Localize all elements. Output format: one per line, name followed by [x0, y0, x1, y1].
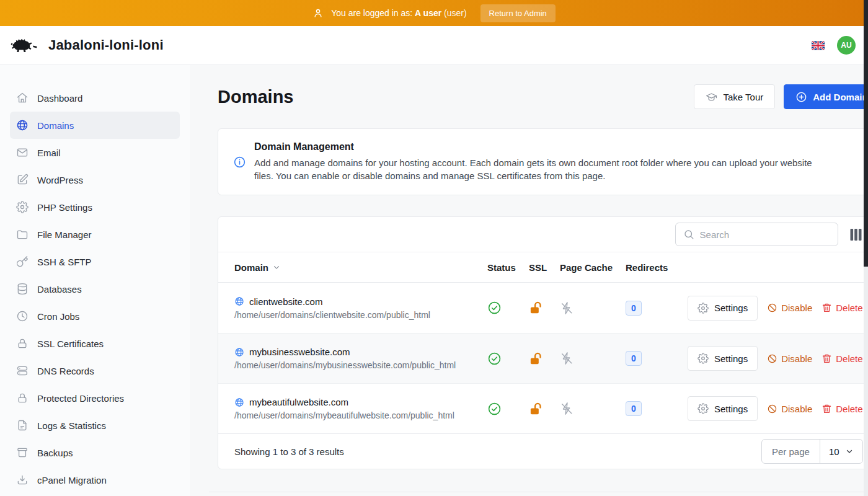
trash-icon [822, 353, 832, 364]
take-tour-button[interactable]: Take Tour [694, 84, 775, 109]
edit-icon [16, 174, 29, 186]
chevron-down-icon [845, 447, 854, 456]
globe-icon [234, 347, 244, 357]
sidebar-item-backups[interactable]: Backups [10, 439, 180, 466]
sidebar-item-label: cPanel Migration [37, 475, 107, 485]
domain-path: /home/user/domains/clientwebsite.com/pub… [234, 310, 487, 320]
folder-icon [16, 228, 29, 241]
sidebar-item-file-manager[interactable]: File Manager [10, 221, 180, 248]
info-icon [233, 156, 246, 169]
avatar[interactable]: AU [837, 36, 856, 55]
main-content: Domains Take Tour Add Domain Domain Mana… [190, 65, 868, 496]
info-card: Domain Management Add and manage domains… [218, 128, 868, 195]
sidebar-item-email[interactable]: Email [10, 139, 180, 166]
disable-button[interactable]: Disable [767, 303, 812, 313]
chevron-down-icon [272, 263, 281, 272]
sidebar-item-label: Cron Jobs [37, 311, 79, 322]
status-enabled-icon [487, 301, 529, 315]
delete-button[interactable]: Delete [822, 404, 862, 414]
page-cache-off-icon[interactable] [560, 352, 626, 365]
sidebar-item-label: Logs & Statistics [37, 420, 106, 431]
download-icon [16, 474, 29, 486]
redirects-count-badge[interactable]: 0 [626, 401, 642, 416]
table-row: mybusinesswebsite.com /home/user/domains… [218, 333, 868, 383]
sidebar-item-label: SSH & SFTP [37, 257, 92, 267]
redirects-count-badge[interactable]: 0 [626, 301, 642, 316]
sidebar-item-ssl-certificates[interactable]: SSL Certificates [10, 330, 180, 357]
add-domain-button[interactable]: Add Domain [784, 84, 868, 109]
domain-path: /home/user/domains/mybusinesswebsite.com… [234, 360, 487, 370]
settings-button[interactable]: Settings [688, 396, 758, 421]
per-page-label: Per page [762, 440, 820, 463]
settings-button[interactable]: Settings [688, 346, 758, 371]
table-row: clientwebsite.com /home/user/domains/cli… [218, 283, 868, 333]
table-row: mybeautifulwebsite.com /home/user/domain… [218, 383, 868, 433]
settings-button[interactable]: Settings [688, 296, 758, 321]
gear-icon [16, 201, 29, 213]
scrollbar-thumb[interactable] [864, 0, 868, 267]
delete-button[interactable]: Delete [822, 303, 862, 313]
columns-icon[interactable] [849, 228, 863, 242]
delete-button[interactable]: Delete [822, 353, 862, 364]
gear-icon [698, 303, 709, 314]
user-icon [312, 7, 324, 19]
globe-icon [234, 296, 244, 306]
sidebar-item-ssh-sftp[interactable]: SSH & SFTP [10, 248, 180, 275]
clock-icon [16, 310, 29, 322]
plus-circle-icon [795, 91, 807, 103]
impersonated-user-name: A user [415, 8, 441, 18]
page-cache-off-icon[interactable] [560, 301, 626, 315]
sidebar-item-dashboard[interactable]: Dashboard [10, 84, 180, 112]
sidebar-item-databases[interactable]: Databases [10, 275, 180, 303]
disable-button[interactable]: Disable [767, 404, 812, 414]
column-header-ssl: SSL [529, 262, 560, 273]
sidebar-item-dns-records[interactable]: DNS Records [10, 357, 180, 384]
sidebar-item-label: SSL Certificates [37, 339, 104, 349]
sidebar-item-label: Backups [37, 448, 73, 458]
domains-table-card: Domain Status SSL Page Cache Redirects c… [218, 216, 868, 469]
impersonated-user-role: (user) [444, 8, 467, 18]
sidebar-item-label: PHP Settings [37, 202, 92, 213]
redirects-count-badge[interactable]: 0 [626, 351, 642, 366]
domain-name[interactable]: mybeautifulwebsite.com [249, 397, 348, 407]
impersonation-message: You are logged in as: A user (user) [331, 8, 466, 18]
graduation-cap-icon [706, 91, 717, 103]
sidebar-item-logs-statistics[interactable]: Logs & Statistics [10, 412, 180, 439]
page-cache-off-icon[interactable] [560, 402, 626, 415]
uk-flag-icon[interactable] [812, 41, 825, 50]
search-input[interactable] [700, 229, 830, 240]
sidebar-item-protected-directories[interactable]: Protected Directories [10, 384, 180, 412]
ssl-unlocked-icon[interactable] [529, 402, 560, 416]
trash-icon [822, 303, 832, 313]
brand: Jabaloni-loni-loni [10, 33, 164, 57]
document-icon [16, 419, 29, 432]
return-to-admin-button[interactable]: Return to Admin [480, 4, 556, 22]
domain-name[interactable]: clientwebsite.com [249, 296, 322, 307]
ssl-unlocked-icon[interactable] [529, 352, 560, 366]
sidebar-item-label: Dashboard [37, 93, 82, 104]
page-scrollbar[interactable] [864, 0, 868, 496]
sidebar-item-label: WordPress [37, 175, 83, 185]
sidebar-item-cpanel-migration[interactable]: cPanel Migration [10, 466, 180, 494]
ssl-unlocked-icon[interactable] [529, 301, 560, 315]
section-divider [209, 492, 868, 492]
sidebar-item-wordpress[interactable]: WordPress [10, 166, 180, 193]
top-header: Jabaloni-loni-loni AU [0, 26, 868, 65]
database-icon [16, 283, 29, 295]
ban-icon [767, 303, 777, 313]
sidebar-item-cron-jobs[interactable]: Cron Jobs [10, 303, 180, 330]
disable-button[interactable]: Disable [767, 353, 812, 364]
per-page-select[interactable]: Per page 10 [761, 439, 863, 464]
sidebar-item-label: Protected Directories [37, 393, 124, 404]
impersonation-banner: You are logged in as: A user (user) Retu… [0, 0, 868, 26]
domain-name[interactable]: mybusinesswebsite.com [249, 347, 350, 357]
sidebar-item-domains[interactable]: Domains [10, 112, 180, 139]
column-header-status: Status [487, 262, 529, 273]
ban-icon [767, 404, 777, 414]
boar-logo-icon [10, 33, 41, 57]
sidebar-item-label: Domains [37, 120, 74, 131]
column-header-domain[interactable]: Domain [234, 262, 487, 273]
sidebar-item-php-settings[interactable]: PHP Settings [10, 193, 180, 221]
sidebar-item-label: Email [37, 148, 61, 158]
results-summary: Showing 1 to 3 of 3 results [234, 446, 344, 457]
